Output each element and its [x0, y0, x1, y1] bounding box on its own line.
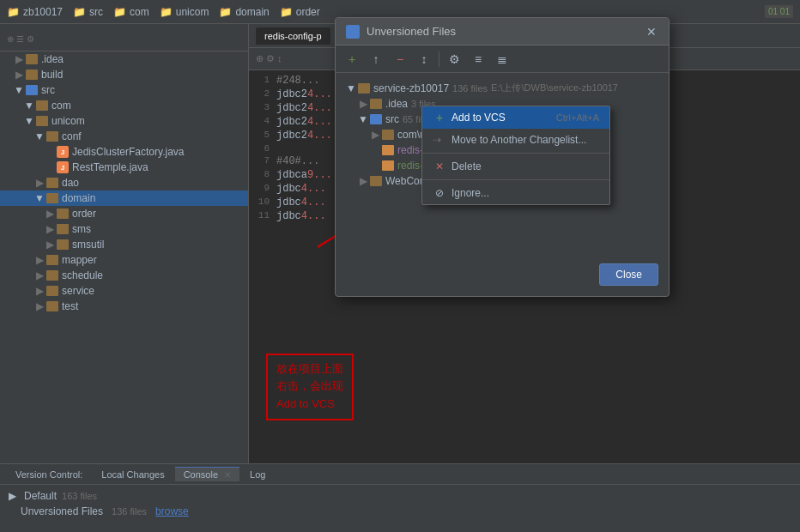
- folder-comunic-icon: [382, 130, 394, 140]
- sidebar-item-sms-label: sms: [72, 223, 91, 235]
- folder-icon-idea: [26, 54, 38, 64]
- sidebar-item-idea-label: .idea: [41, 53, 64, 65]
- dialog-close-button-bottom[interactable]: Close: [599, 263, 658, 286]
- unversioned-label: Unversioned Files: [7, 505, 103, 517]
- sidebar-item-resttemple-label: RestTemple.java: [72, 161, 148, 173]
- folder-idea-icon: [370, 99, 382, 109]
- sidebar-item-domain[interactable]: ▼ domain: [0, 190, 248, 206]
- ctx-delete[interactable]: ✕ Delete: [422, 155, 609, 178]
- unicom-breadcrumb[interactable]: 📁 unicom: [160, 6, 209, 18]
- sidebar-item-com[interactable]: ▼ com: [0, 98, 248, 113]
- sidebar-item-dao[interactable]: ▶ dao: [0, 175, 248, 190]
- toolbar-remove-button[interactable]: −: [391, 50, 409, 69]
- folder-icon-unicom: [36, 116, 48, 126]
- bottom-tab-log[interactable]: Log: [241, 468, 274, 481]
- sidebar-item-com-label: com: [52, 100, 71, 112]
- project-name[interactable]: 📁 zb10017: [7, 6, 63, 18]
- ctx-separator-2: [422, 179, 609, 180]
- dialog-close-button[interactable]: ✕: [645, 25, 658, 39]
- expand-arrow-unicom: ▼: [24, 116, 34, 126]
- default-expand-arrow[interactable]: ▶: [7, 491, 17, 501]
- folder-icon-smsutil: [57, 239, 69, 250]
- expand-arrow-smsutil: ▶: [45, 239, 55, 250]
- expand-arrow-service: ▶: [34, 286, 45, 296]
- default-label: Default: [24, 490, 57, 502]
- folder-icon-test: [46, 301, 58, 311]
- code-tab-redis[interactable]: redis-config-p: [256, 27, 330, 45]
- toolbar-add-button[interactable]: +: [342, 50, 361, 69]
- sidebar-tools: ⊕ ☰ ⚙: [7, 34, 34, 44]
- expand-redis2-arrow: [370, 160, 380, 171]
- ctx-separator-1: [422, 153, 609, 154]
- bottom-content: ▶ Default 163 files Unversioned Files 13…: [0, 485, 800, 523]
- sidebar-item-order[interactable]: ▶ order: [0, 206, 248, 221]
- toolbar-move-up-button[interactable]: ↑: [367, 50, 385, 69]
- bottom-tabs: Version Control: Local Changes Console ✕…: [0, 464, 800, 485]
- folder-icon-build: [26, 70, 38, 80]
- sidebar-item-resttemple[interactable]: J RestTemple.java: [0, 160, 248, 175]
- sidebar-item-jedis[interactable]: J JedisClusterFactory.java: [0, 144, 248, 160]
- context-menu[interactable]: + Add to VCS Ctrl+Alt+A ⇢ Move to Anothe…: [421, 106, 610, 205]
- expand-arrow-test: ▶: [34, 301, 45, 311]
- console-tab-close[interactable]: ✕: [224, 470, 231, 480]
- annotation-text: 放在项目上面 右击，会出现 Add to VCS: [276, 360, 343, 414]
- sidebar-item-schedule[interactable]: ▶ schedule: [0, 268, 248, 283]
- toolbar-grid-button[interactable]: ≣: [493, 50, 512, 69]
- dialog-icon: [346, 25, 360, 39]
- sidebar-item-sms[interactable]: ▶ sms: [0, 221, 248, 237]
- folder-icon-mapper: [46, 255, 58, 265]
- domain-breadcrumb[interactable]: 📁 domain: [219, 6, 269, 18]
- dialog-title: Unversioned Files: [367, 25, 645, 38]
- sidebar-item-test-label: test: [62, 300, 78, 312]
- folder-webcontent-icon: [370, 176, 382, 186]
- ctx-add-vcs-label: Add to VCS: [452, 112, 506, 124]
- ctx-ignore[interactable]: ⊘ Ignore...: [422, 182, 609, 204]
- sidebar-item-domain-label: domain: [62, 192, 95, 204]
- com-breadcrumb[interactable]: 📁 com: [113, 6, 149, 18]
- folder-icon: 📁: [7, 6, 20, 18]
- sidebar-item-idea[interactable]: ▶ .idea: [0, 51, 248, 67]
- sidebar-item-service[interactable]: ▶ service: [0, 283, 248, 299]
- bottom-tab-local-changes[interactable]: Local Changes: [93, 468, 173, 481]
- sidebar-item-dao-label: dao: [62, 177, 79, 189]
- expand-arrow-mapper: ▶: [34, 255, 45, 265]
- sidebar-item-unicom-label: unicom: [52, 115, 85, 127]
- ctx-add-to-vcs[interactable]: + Add to VCS Ctrl+Alt+A: [422, 106, 609, 129]
- file-tree-root[interactable]: ▼ service-zb10017 136 files E:\上传\DWB\se…: [342, 80, 662, 96]
- sidebar-item-unicom[interactable]: ▼ unicom: [0, 113, 248, 129]
- folder-icon-schedule: [46, 270, 58, 281]
- ctx-move-changelist[interactable]: ⇢ Move to Another Changelist...: [422, 129, 609, 151]
- sidebar-item-conf-label: conf: [62, 130, 82, 142]
- expand-arrow-schedule: ▶: [34, 270, 45, 281]
- annotation-box: 放在项目上面 右击，会出现 Add to VCS: [266, 354, 354, 420]
- browse-link[interactable]: browse: [155, 505, 189, 517]
- dialog-toolbar: + ↑ − ↕ ⚙ ≡ ≣: [336, 45, 669, 73]
- expand-arrow-conf: ▼: [34, 131, 45, 142]
- folder-icon-dao: [46, 178, 58, 188]
- delete-icon: ✕: [433, 160, 446, 173]
- expand-arrow-com: ▼: [24, 100, 34, 111]
- bottom-tab-console[interactable]: Console ✕: [175, 467, 239, 481]
- sidebar-item-conf[interactable]: ▼ conf: [0, 129, 248, 144]
- toolbar-expand-button[interactable]: ↕: [415, 50, 433, 69]
- bottom-unversioned-row: Unversioned Files 136 files browse: [7, 504, 793, 519]
- unversioned-files-dialog[interactable]: Unversioned Files ✕ + ↑ − ↕ ⚙ ≡ ≣ ▼ serv…: [335, 17, 670, 297]
- order-breadcrumb[interactable]: 📁 order: [280, 6, 320, 18]
- sidebar-item-mapper[interactable]: ▶ mapper: [0, 252, 248, 268]
- folder-icon-src: [26, 85, 38, 95]
- sidebar: ⊕ ☰ ⚙ ▶ .idea ▶ build ▼ src ▼ com ▼ unic…: [0, 24, 249, 463]
- toolbar-separator: [439, 51, 439, 67]
- sidebar-item-test[interactable]: ▶ test: [0, 299, 248, 314]
- toolbar-list-button[interactable]: ≡: [469, 50, 488, 69]
- folder-root-icon: [358, 83, 370, 94]
- folder-icon-sms: [57, 224, 69, 234]
- sidebar-item-build[interactable]: ▶ build: [0, 67, 248, 82]
- sidebar-item-src[interactable]: ▼ src: [0, 82, 248, 98]
- sidebar-item-smsutil[interactable]: ▶ smsutil: [0, 237, 248, 252]
- src-breadcrumb[interactable]: 📁 src: [73, 6, 103, 18]
- bottom-tab-vc[interactable]: Version Control:: [7, 468, 91, 481]
- unversioned-count: 136 files: [112, 506, 147, 517]
- properties-icon-2: [382, 160, 394, 171]
- ctx-delete-label: Delete: [452, 160, 482, 172]
- toolbar-gear-button[interactable]: ⚙: [445, 50, 464, 69]
